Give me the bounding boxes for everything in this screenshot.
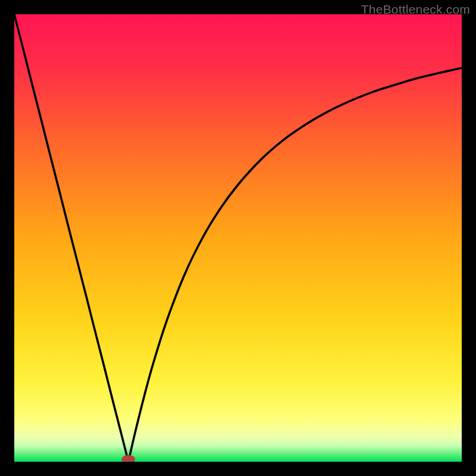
watermark-text: TheBottleneck.com bbox=[361, 2, 470, 17]
gradient-background bbox=[14, 14, 462, 462]
bottleneck-chart bbox=[14, 14, 462, 462]
chart-frame bbox=[14, 14, 462, 462]
minimum-marker bbox=[122, 455, 135, 462]
